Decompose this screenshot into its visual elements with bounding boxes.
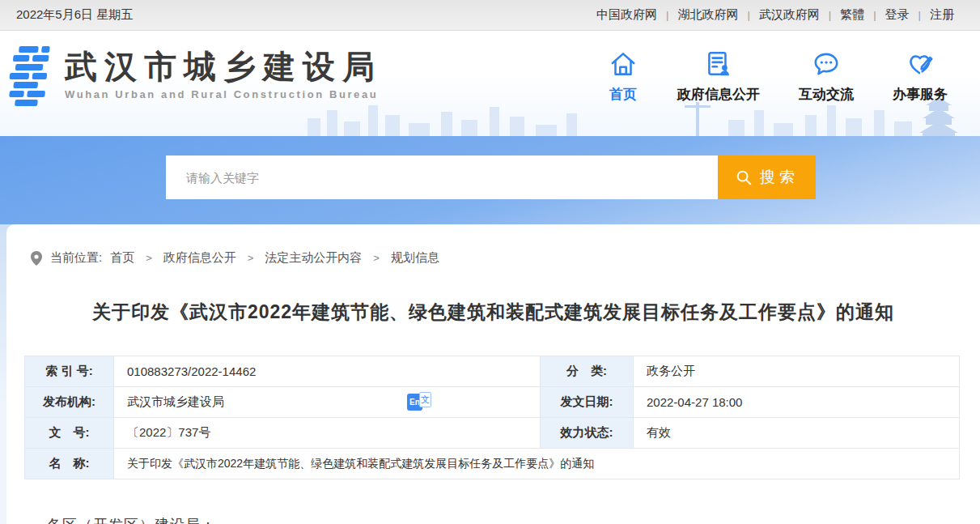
search-bar: 搜索 (166, 136, 816, 199)
breadcrumb: 当前位置: 首页 > 政府信息公开 > 法定主动公开内容 > 规划信息 (6, 224, 980, 266)
search-icon (735, 168, 753, 186)
location-pin-icon (31, 251, 42, 266)
search-banner: 搜索 (0, 136, 980, 224)
breadcrumb-statutory-disclosure[interactable]: 法定主动公开内容 (253, 250, 373, 266)
document-person-icon (677, 47, 760, 79)
link-register[interactable]: 注册 (921, 7, 963, 23)
breadcrumb-home[interactable]: 首页 (102, 250, 146, 266)
nav-label: 政府信息公开 (677, 85, 760, 104)
current-date: 2022年5月6日 星期五 (16, 7, 133, 23)
meta-value-doc-number: 〔2022〕737号 (114, 418, 541, 449)
breadcrumb-separator: > (248, 252, 254, 264)
heart-pen-icon (893, 47, 948, 79)
meta-value-validity-status: 有效 (634, 418, 960, 449)
document-meta-table: 索 引 号: 010883273/2022-14462 分 类: 政务公开 发布… (24, 356, 960, 479)
site-title-english: Wuhan Urban and Rural Construction Burea… (65, 88, 382, 100)
translate-icon-zh: 文 (419, 392, 431, 407)
meta-value-index-number: 010883273/2022-14462 (114, 356, 541, 387)
nav-label: 互动交流 (799, 85, 854, 104)
nav-item-gov-info[interactable]: 政府信息公开 (658, 47, 779, 104)
article-body-first-line: 各区（开发区）建设局： (47, 515, 980, 524)
content-panel: 当前位置: 首页 > 政府信息公开 > 法定主动公开内容 > 规划信息 关于印发… (6, 224, 980, 524)
chat-bubble-icon (799, 47, 854, 79)
meta-value-title: 关于印发《武汉市2022年建筑节能、绿色建筑和装配式建筑发展目标任务及工作要点》… (114, 449, 960, 479)
breadcrumb-label: 当前位置: (50, 250, 102, 266)
meta-label-title: 名 称: (25, 449, 114, 479)
breadcrumb-planning-info[interactable]: 规划信息 (380, 250, 451, 266)
site-brand[interactable]: 武汉市城乡建设局 Wuhan Urban and Rural Construct… (6, 44, 382, 109)
meta-value-issue-date: 2022-04-27 18:00 (634, 387, 960, 418)
article-title: 关于印发《武汉市2022年建筑节能、绿色建筑和装配式建筑发展目标任务及工作要点》… (6, 300, 980, 325)
meta-label-validity-status: 效力状态: (541, 418, 634, 449)
link-wuhan-gov[interactable]: 武汉政府网 (750, 7, 829, 23)
home-icon (608, 47, 638, 79)
issuing-agency-text: 武汉市城乡建设局 (127, 394, 224, 410)
breadcrumb-gov-info[interactable]: 政府信息公开 (152, 250, 248, 266)
link-traditional-chinese[interactable]: 繁體 (831, 7, 873, 23)
nav-label: 首页 (608, 85, 638, 104)
link-login[interactable]: 登录 (876, 7, 918, 23)
site-logo (6, 44, 52, 109)
link-hubei-gov[interactable]: 湖北政府网 (668, 7, 747, 23)
nav-item-home[interactable]: 首页 (588, 47, 658, 104)
meta-label-index-number: 索 引 号: (25, 356, 114, 387)
meta-label-issuing-agency: 发布机构: (25, 387, 114, 418)
masthead: 武汉市城乡建设局 Wuhan Urban and Rural Construct… (0, 31, 980, 136)
breadcrumb-separator: > (146, 252, 152, 264)
utility-links: 中国政府网 | 湖北政府网 | 武汉政府网 | 繁體 | 登录 | 注册 (588, 7, 963, 23)
search-input[interactable] (166, 155, 718, 199)
translate-icon[interactable]: En 文 (407, 394, 431, 411)
meta-label-doc-number: 文 号: (25, 418, 114, 449)
meta-label-category: 分 类: (541, 356, 634, 387)
search-button[interactable]: 搜索 (718, 155, 816, 199)
meta-value-category: 政务公开 (634, 356, 960, 387)
content-background: 当前位置: 首页 > 政府信息公开 > 法定主动公开内容 > 规划信息 关于印发… (0, 224, 980, 524)
nav-item-services[interactable]: 办事服务 (873, 47, 967, 104)
site-title: 武汉市城乡建设局 (65, 49, 382, 84)
breadcrumb-separator: > (373, 252, 380, 264)
meta-value-issuing-agency: 武汉市城乡建设局 En 文 (114, 387, 541, 418)
nav-item-interaction[interactable]: 互动交流 (779, 47, 873, 104)
search-button-label: 搜索 (760, 167, 799, 188)
nav-label: 办事服务 (893, 85, 948, 104)
link-china-gov[interactable]: 中国政府网 (588, 7, 666, 23)
main-navigation: 首页 政府信息公开 (588, 47, 967, 104)
meta-label-issue-date: 发文日期: (541, 387, 634, 418)
top-utility-bar: 2022年5月6日 星期五 中国政府网 | 湖北政府网 | 武汉政府网 | 繁體… (0, 0, 980, 31)
